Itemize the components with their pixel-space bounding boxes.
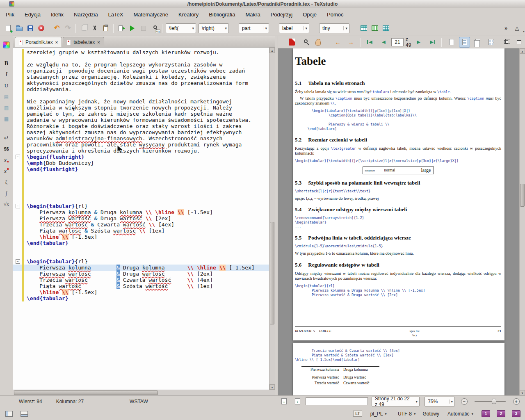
font-size-dropdown[interactable]: tiny▾: [319, 23, 349, 33]
editor-hscrollbar-thumb[interactable]: [14, 390, 158, 395]
tab-Poradnik.tex[interactable]: Poradnik.tex×: [15, 37, 62, 47]
sectioning-dropdown[interactable]: part▾: [239, 23, 269, 33]
editor-line[interactable]: pracowników oraz powoli, ale stale wysyc…: [13, 142, 269, 148]
editor-line[interactable]: −\begin{tabular}{rl}: [13, 203, 269, 209]
editor-line[interactable]: [13, 191, 269, 197]
editor-horizontal-scrollbar[interactable]: [13, 390, 275, 395]
editor-line[interactable]: Pierwsza wartość & Druga wartość \\ [2ex…: [13, 271, 269, 277]
forward-button[interactable]: →: [345, 37, 356, 48]
open-file-button[interactable]: [14, 23, 25, 34]
editor-line[interactable]: [13, 178, 269, 185]
editor-line[interactable]: umożliwia w większym stopniu tworzenie n…: [13, 105, 269, 111]
editor-line[interactable]: Ze względu na to, że program lepszego wy…: [13, 62, 269, 68]
single-page-view-button[interactable]: [446, 37, 457, 48]
description-button[interactable]: ▦: [2, 114, 11, 123]
italic-button[interactable]: I: [2, 70, 11, 79]
itemize-button[interactable]: ▤: [2, 92, 11, 101]
subscript-button[interactable]: x: [2, 155, 11, 164]
last-page-button[interactable]: ▶: [426, 37, 437, 48]
symbols-dropdown-button[interactable]: △▾: [511, 23, 523, 34]
fold-margin[interactable]: −: [13, 258, 22, 265]
editor-line[interactable]: \end{tabular}: [13, 240, 269, 246]
pdf-document-button[interactable]: [286, 37, 297, 48]
editor-line[interactable]: Pierwsza wartość & Druga wartość \\ [2ex…: [13, 215, 269, 221]
language-dropdown[interactable]: pl_PL▾: [368, 409, 388, 419]
menu-bibliografia[interactable]: Bibliografia: [209, 11, 235, 18]
build-and-view-button[interactable]: [116, 23, 127, 34]
superscript-button[interactable]: x: [2, 167, 11, 176]
pdf-vertical-scrollbar[interactable]: ▲ ▼: [519, 48, 525, 395]
enumerate-button[interactable]: ▥: [2, 103, 11, 112]
editor-line[interactable]: oddziaływania.: [13, 86, 269, 92]
back-button[interactable]: ←: [332, 37, 343, 48]
editor-line[interactable]: [13, 252, 269, 258]
fit-width-button[interactable]: [278, 396, 290, 407]
menu-plik[interactable]: Plik: [6, 11, 14, 18]
menu-kreatory[interactable]: Kreatory: [178, 11, 199, 18]
editor-line[interactable]: pamiętać o tym, że zakres i miejsce szko…: [13, 111, 269, 117]
tab-tabele.tex[interactable]: tabele.tex×: [63, 37, 104, 47]
editor-line[interactable]: sprecyzowania i określenia dalszych kier…: [13, 148, 269, 154]
viewer-windowed-button[interactable]: [500, 37, 511, 48]
first-page-button[interactable]: ◀: [365, 37, 376, 48]
sqrt-button[interactable]: √x: [2, 200, 11, 209]
menu-latex[interactable]: LaTeX: [108, 11, 123, 18]
underline-button[interactable]: U: [2, 81, 11, 90]
page-number-input[interactable]: [391, 38, 404, 46]
newline-button[interactable]: ↵: [2, 133, 11, 142]
scroll-up-arrow-icon[interactable]: ▲: [269, 48, 275, 53]
editor-line[interactable]: aktywności poszczególnych działów zmusza…: [13, 80, 269, 86]
editor-scrollbar-thumb[interactable]: [270, 222, 274, 324]
right-delimiter-dropdown[interactable]: \right)▾: [199, 23, 229, 33]
zoom-level-dropdown[interactable]: 75%▾: [425, 397, 455, 406]
pdf-scrollbar-thumb[interactable]: [520, 184, 525, 207]
bold-button[interactable]: B: [2, 59, 11, 68]
editor-vertical-scrollbar[interactable]: ▲ ▼: [269, 48, 275, 390]
pdf-search-button[interactable]: [299, 37, 310, 48]
editor-line[interactable]: Trzecia wartość & Czwarta wartość \\ [4e…: [13, 221, 269, 228]
fit-page-button[interactable]: [292, 396, 303, 407]
xi-button[interactable]: ξ: [2, 178, 11, 187]
view-log-button[interactable]: log: [149, 23, 160, 34]
stop-button[interactable]: [138, 23, 149, 34]
undo-button[interactable]: ↶: [51, 23, 62, 34]
zoom-slider-handle[interactable]: [492, 399, 496, 404]
toggle-messages-panel-button[interactable]: [18, 409, 30, 419]
editor-line[interactable]: \end{tabular}: [13, 295, 269, 301]
grid-view-button[interactable]: [485, 37, 496, 48]
close-icon[interactable]: ×: [97, 40, 100, 45]
line-ending-dropdown[interactable]: Automatic▾: [445, 409, 475, 419]
wizard-button[interactable]: [2, 40, 11, 49]
fold-margin[interactable]: −: [13, 154, 22, 160]
continuous-view-button[interactable]: [459, 37, 470, 48]
viewer-maximize-button[interactable]: [514, 37, 525, 48]
editor-line[interactable]: warunków administracyjno-finansowych. Ws…: [13, 135, 269, 142]
zoom-in-button[interactable]: +: [511, 396, 522, 407]
menu-pomoc[interactable]: Pomoc: [327, 11, 343, 18]
pdf-command-input[interactable]: [306, 397, 368, 405]
inline-math-button[interactable]: $$: [2, 144, 11, 153]
menu-matematyczne[interactable]: Matematyczne: [133, 11, 168, 18]
editor-line[interactable]: \end{flushright}: [13, 166, 269, 172]
insert-table-button[interactable]: [358, 23, 369, 34]
pdf-view[interactable]: Tabele5.1Tabela na wielu stronachŻeby ta…: [278, 48, 519, 395]
fold-collapse-icon[interactable]: −: [16, 259, 20, 264]
paste-button[interactable]: [100, 23, 111, 34]
menu-edycja[interactable]: Edycja: [25, 11, 41, 18]
editor-line[interactable]: −\begin{flushright}: [13, 154, 269, 160]
editor-line[interactable]: \hline \\ [-1.5ex]: [13, 289, 269, 295]
editor-line[interactable]: Trzecia wartość & Czwarta wartość \\ [4e…: [13, 277, 269, 283]
editor[interactable]: szerokiej grupie w kształtowaniu dalszyc…: [13, 48, 269, 390]
menu-idefix[interactable]: Idefix: [51, 11, 64, 18]
zoom-out-button[interactable]: −: [459, 396, 470, 407]
pan-tool-button[interactable]: [313, 37, 324, 48]
menu-opcje[interactable]: Opcje: [303, 11, 317, 18]
page-range-dropdown[interactable]: Strony 21 do 22 z 49▾: [372, 397, 420, 406]
editor-line[interactable]: Nie zapominajmy jednak, że nowy model dz…: [13, 98, 269, 105]
pdf-scroll-down-arrow-icon[interactable]: ▼: [520, 390, 525, 395]
pdf-scroll-up-arrow-icon[interactable]: ▲: [520, 48, 525, 54]
editor-line[interactable]: Pierwsza kolumna & Druga kolumna \\ \hli…: [13, 265, 269, 271]
copy-button[interactable]: [78, 23, 89, 34]
editor-line[interactable]: naszej aktywności zmusza nas do wypracow…: [13, 129, 269, 135]
editor-line[interactable]: stawianych przez organizację. Koleżanki …: [13, 74, 269, 80]
